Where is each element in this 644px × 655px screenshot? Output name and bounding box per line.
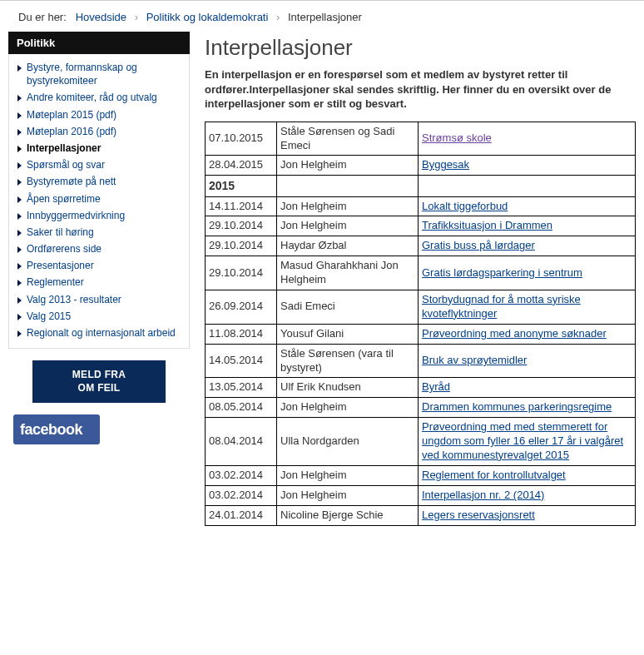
topic-cell: Prøveordning med med stemmerett for ungd… xyxy=(419,418,636,466)
triangle-right-icon xyxy=(17,280,22,286)
sidebar-item[interactable]: Interpellasjoner xyxy=(9,140,189,156)
sidebar-item-link[interactable]: Møteplan 2016 (pdf) xyxy=(27,125,116,138)
topic-cell: Reglement for kontrollutvalget xyxy=(419,465,636,485)
sidebar-item[interactable]: Innbyggermedvirkning xyxy=(9,207,189,224)
sidebar-item-link[interactable]: Interpellasjoner xyxy=(27,141,101,155)
facebook-badge[interactable]: facebook xyxy=(13,414,100,444)
triangle-right-icon xyxy=(17,146,22,152)
person-cell: Jon Helgheim xyxy=(277,465,419,485)
sidebar-item[interactable]: Regionalt og internasjonalt arbeid xyxy=(9,325,189,341)
date-cell: 26.09.2014 xyxy=(206,290,277,324)
table-row: 29.10.2014Haydar ØzbalGratis buss på lør… xyxy=(206,236,636,256)
chevron-right-icon: › xyxy=(130,11,143,23)
triangle-right-icon xyxy=(17,162,22,169)
empty-cell xyxy=(419,176,636,196)
sidebar-item-link[interactable]: Andre komiteer, råd og utvalg xyxy=(27,91,157,104)
person-cell: Nicoline Bjerge Schie xyxy=(277,505,419,525)
sidebar-item-link[interactable]: Bystyre, formannskap og bystyrekomiteer xyxy=(27,61,184,87)
topic-link[interactable]: Trafikksituasjon i Drammen xyxy=(422,219,552,231)
triangle-right-icon xyxy=(17,230,22,236)
sidebar-item[interactable]: Åpen spørretime xyxy=(9,191,189,207)
triangle-right-icon xyxy=(17,314,22,320)
person-cell: Masud Gharahkhani Jon Helgheim xyxy=(277,256,419,290)
topic-cell: Prøveordning med anonyme søknader xyxy=(419,324,636,344)
topic-link[interactable]: Bruk av sprøytemidler xyxy=(422,354,527,366)
sidebar-item-link[interactable]: Ordførerens side xyxy=(27,242,102,256)
person-cell: Ståle Sørensen (vara til bystyret) xyxy=(277,344,419,378)
person-cell: Haydar Øzbal xyxy=(277,236,419,256)
triangle-right-icon xyxy=(17,297,22,304)
sidebar-item-link[interactable]: Reglementer xyxy=(27,275,84,289)
sidebar-item[interactable]: Bystyremøte på nett xyxy=(9,173,189,190)
topic-link[interactable]: Interpellasjon nr. 2 (2014) xyxy=(422,489,544,501)
triangle-right-icon xyxy=(17,65,22,72)
table-row: 2015 xyxy=(206,176,636,196)
breadcrumb-link-1[interactable]: Politikk og lokaldemokrati xyxy=(146,11,269,23)
table-row: 29.10.2014Jon HelgheimTrafikksituasjon i… xyxy=(206,216,636,236)
sidebar: Politikk Bystyre, formannskap og bystyre… xyxy=(8,32,190,526)
topic-cell: Storbydugnad for å motta syriske kvotefl… xyxy=(419,290,636,324)
sidebar-item[interactable]: Valg 2013 - resultater xyxy=(9,291,189,308)
person-cell: Jon Helgheim xyxy=(277,398,419,418)
topic-link[interactable]: Reglement for kontrollutvalget xyxy=(422,469,566,481)
sidebar-item[interactable]: Møteplan 2015 (pdf) xyxy=(9,107,189,123)
triangle-right-icon xyxy=(17,179,22,186)
topic-link[interactable]: Byggesak xyxy=(422,158,469,171)
facebook-label: facebook xyxy=(20,421,82,439)
topic-cell: Lokalt tiggeforbud xyxy=(419,196,636,216)
date-cell: 07.10.2015 xyxy=(206,122,277,156)
person-cell: Ulf Erik Knudsen xyxy=(277,378,419,398)
person-cell: Jon Helgheim xyxy=(277,485,419,505)
interpellations-table: 07.10.2015Ståle Sørensen og Sadi EmeciSt… xyxy=(205,122,636,526)
sidebar-item-link[interactable]: Bystyremøte på nett xyxy=(27,175,116,188)
sidebar-item-link[interactable]: Åpen spørretime xyxy=(27,192,101,206)
table-row: 14.11.2014Jon HelgheimLokalt tiggeforbud xyxy=(206,196,636,216)
sidebar-item-link[interactable]: Presentasjoner xyxy=(27,259,94,272)
sidebar-item-link[interactable]: Regionalt og internasjonalt arbeid xyxy=(27,326,176,340)
page-intro: En interpellasjon er en forespørsel som … xyxy=(205,67,636,112)
date-cell: 28.04.2015 xyxy=(206,156,277,176)
person-cell: Ulla Nordgarden xyxy=(277,418,419,466)
topic-link[interactable]: Gratis buss på lørdager xyxy=(422,239,535,251)
topic-link[interactable]: Prøveordning med anonyme søknader xyxy=(422,327,607,340)
topic-cell: Trafikksituasjon i Drammen xyxy=(419,216,636,236)
triangle-right-icon xyxy=(17,129,22,136)
sidebar-item-link[interactable]: Spørsmål og svar xyxy=(27,158,105,171)
sidebar-title: Politikk xyxy=(8,32,190,54)
table-row: 03.02.2014Jon HelgheimReglement for kont… xyxy=(206,465,636,485)
topic-link[interactable]: Legers reservasjonsrett xyxy=(422,509,535,521)
date-cell: 08.05.2014 xyxy=(206,398,277,418)
sidebar-item[interactable]: Spørsmål og svar xyxy=(9,156,189,173)
sidebar-item-link[interactable]: Innbyggermedvirkning xyxy=(27,209,125,222)
report-error-button[interactable]: MELD FRA OM FEIL xyxy=(32,360,166,403)
topic-link[interactable]: Storbydugnad for å motta syriske kvotefl… xyxy=(422,293,581,320)
topic-cell: Gratis lørdagsparkering i sentrum xyxy=(419,256,636,290)
table-row: 24.01.2014Nicoline Bjerge SchieLegers re… xyxy=(206,505,636,525)
date-cell: 13.05.2014 xyxy=(206,378,277,398)
sidebar-item[interactable]: Andre komiteer, råd og utvalg xyxy=(9,89,189,106)
sidebar-item[interactable]: Ordførerens side xyxy=(9,241,189,257)
date-cell: 03.02.2014 xyxy=(206,485,277,505)
sidebar-item[interactable]: Møteplan 2016 (pdf) xyxy=(9,123,189,140)
topic-link[interactable]: Lokalt tiggeforbud xyxy=(422,200,508,212)
sidebar-item[interactable]: Reglementer xyxy=(9,274,189,290)
topic-link[interactable]: Prøveordning med med stemmerett for ungd… xyxy=(422,420,623,461)
sidebar-item[interactable]: Bystyre, formannskap og bystyrekomiteer xyxy=(9,59,189,89)
topic-link[interactable]: Drammen kommunes parkeringsregime xyxy=(422,400,612,413)
topic-link[interactable]: Strømsø skole xyxy=(422,131,492,144)
sidebar-item[interactable]: Saker til høring xyxy=(9,224,189,241)
topic-link[interactable]: Gratis lørdagsparkering i sentrum xyxy=(422,266,582,279)
sidebar-item[interactable]: Valg 2015 xyxy=(9,308,189,325)
sidebar-item-link[interactable]: Saker til høring xyxy=(27,226,94,239)
table-row: 03.02.2014Jon HelgheimInterpellasjon nr.… xyxy=(206,485,636,505)
sidebar-item-link[interactable]: Valg 2013 - resultater xyxy=(27,293,121,306)
breadcrumb-link-0[interactable]: Hovedside xyxy=(76,11,126,23)
date-cell: 29.10.2014 xyxy=(206,216,277,236)
person-cell: Jon Helgheim xyxy=(277,156,419,176)
sidebar-item-link[interactable]: Møteplan 2015 (pdf) xyxy=(27,108,116,122)
sidebar-item-link[interactable]: Valg 2015 xyxy=(27,310,71,323)
topic-link[interactable]: Byråd xyxy=(422,380,450,393)
sidebar-item[interactable]: Presentasjoner xyxy=(9,257,189,274)
triangle-right-icon xyxy=(17,112,22,119)
person-cell: Sadi Emeci xyxy=(277,290,419,324)
